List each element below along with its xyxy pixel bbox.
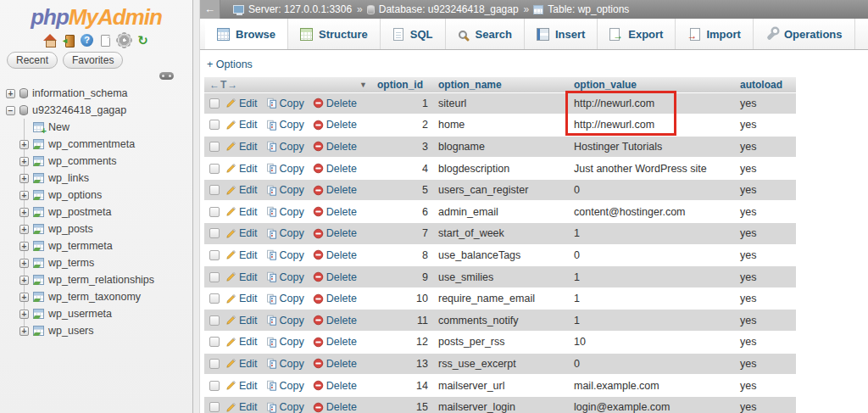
delete-link[interactable]: Delete: [313, 401, 357, 413]
tree-expander-icon[interactable]: +: [19, 259, 29, 268]
tree-item[interactable]: + wp_termmeta: [0, 237, 192, 254]
tab[interactable]: Import: [676, 19, 753, 49]
row-checkbox[interactable]: [209, 381, 220, 391]
tree-expander-icon[interactable]: +: [19, 310, 29, 319]
tab[interactable]: Operations: [754, 19, 855, 49]
tree-expander-icon[interactable]: +: [6, 89, 15, 98]
edit-link[interactable]: Edit: [225, 380, 258, 392]
settings-icon[interactable]: [118, 34, 131, 47]
tab[interactable]: Export: [598, 19, 676, 49]
tree-item[interactable]: + wp_users: [0, 322, 192, 339]
link-panel-icon[interactable]: [159, 72, 174, 80]
tree-expander-icon[interactable]: +: [19, 242, 29, 251]
row-checkbox[interactable]: [209, 98, 220, 109]
help-icon[interactable]: [81, 34, 93, 47]
copy-link[interactable]: Copy: [266, 315, 304, 326]
tree-item[interactable]: + wp_term_relationships: [0, 271, 192, 288]
home-icon[interactable]: [43, 34, 57, 47]
column-header-option-value[interactable]: option_value: [569, 77, 735, 92]
column-header-option-name[interactable]: option_name: [433, 77, 569, 92]
move-right-icon[interactable]: →: [227, 79, 237, 91]
delete-link[interactable]: Delete: [313, 380, 357, 392]
phpmyadmin-logo[interactable]: phpMyAdmin: [0, 4, 192, 31]
row-checkbox[interactable]: [209, 228, 220, 238]
tree-expander-icon[interactable]: +: [19, 326, 29, 336]
delete-link[interactable]: Delete: [313, 141, 357, 153]
tree-item[interactable]: + wp_options: [0, 187, 192, 204]
row-checkbox[interactable]: [209, 164, 220, 174]
column-toggle-icon[interactable]: T: [220, 79, 226, 91]
tab[interactable]: Insert: [525, 19, 598, 49]
edit-link[interactable]: Edit: [225, 141, 258, 153]
delete-link[interactable]: Delete: [313, 336, 357, 348]
edit-link[interactable]: Edit: [225, 163, 258, 175]
delete-link[interactable]: Delete: [313, 184, 357, 196]
edit-link[interactable]: Edit: [225, 206, 258, 218]
panel-resize-handle[interactable]: [193, 0, 200, 413]
tree-expander-icon[interactable]: +: [19, 293, 29, 302]
row-checkbox[interactable]: [209, 359, 220, 369]
tree-item[interactable]: + wp_posts: [0, 220, 192, 237]
delete-link[interactable]: Delete: [313, 271, 357, 283]
tree-expander-icon[interactable]: +: [19, 174, 29, 183]
tree-item[interactable]: + wp_comments: [0, 153, 192, 170]
tree-item[interactable]: − u923246418_gagap: [0, 102, 192, 119]
row-checkbox[interactable]: [209, 142, 220, 152]
options-toggle-link[interactable]: + Options: [207, 59, 253, 70]
move-left-icon[interactable]: ←: [209, 79, 220, 91]
edit-link[interactable]: Edit: [225, 184, 258, 196]
delete-link[interactable]: Delete: [313, 98, 357, 109]
tree-expander-icon[interactable]: −: [6, 106, 15, 115]
edit-link[interactable]: Edit: [225, 98, 258, 109]
row-checkbox[interactable]: [209, 120, 220, 130]
logout-icon[interactable]: [63, 34, 75, 47]
tree-expander-icon[interactable]: +: [19, 276, 29, 285]
tree-expander-icon[interactable]: +: [19, 208, 29, 217]
edit-link[interactable]: Edit: [225, 271, 258, 283]
copy-link[interactable]: Copy: [266, 227, 304, 239]
tab[interactable]: Browse: [205, 19, 288, 49]
copy-link[interactable]: Copy: [266, 141, 304, 153]
delete-link[interactable]: Delete: [313, 358, 357, 370]
row-checkbox[interactable]: [209, 402, 220, 412]
tab[interactable]: Search: [446, 19, 525, 49]
delete-link[interactable]: Delete: [313, 163, 357, 175]
tree-expander-icon[interactable]: +: [19, 140, 29, 149]
tree-item[interactable]: + information_schema: [0, 85, 192, 102]
tree-item[interactable]: + wp_commentmeta: [0, 136, 192, 153]
tab[interactable]: Structure: [288, 19, 381, 49]
column-header-autoload[interactable]: autoload: [735, 77, 796, 92]
copy-link[interactable]: Copy: [266, 271, 304, 283]
row-checkbox[interactable]: [209, 337, 220, 347]
tree-item[interactable]: New: [0, 119, 192, 136]
docs-icon[interactable]: [101, 35, 110, 47]
row-checkbox[interactable]: [209, 207, 220, 217]
copy-link[interactable]: Copy: [266, 401, 304, 413]
copy-link[interactable]: Copy: [266, 184, 304, 196]
edit-link[interactable]: Edit: [225, 249, 258, 261]
copy-link[interactable]: Copy: [266, 336, 304, 348]
breadcrumb-item[interactable]: » Database: u923246418_gagap: [357, 3, 519, 15]
delete-link[interactable]: Delete: [313, 206, 357, 218]
edit-link[interactable]: Edit: [225, 358, 258, 370]
edit-link[interactable]: Edit: [225, 336, 258, 348]
favorites-button[interactable]: Favorites: [63, 52, 123, 69]
copy-link[interactable]: Copy: [266, 163, 304, 175]
copy-link[interactable]: Copy: [266, 206, 304, 218]
refresh-icon[interactable]: [136, 34, 149, 47]
copy-link[interactable]: Copy: [266, 98, 304, 109]
tree-expander-icon[interactable]: +: [19, 157, 29, 166]
tab[interactable]: Triggers: [855, 19, 868, 49]
header-dropdown-icon[interactable]: ▼: [359, 81, 367, 89]
column-header-option-id[interactable]: option_id: [372, 77, 433, 92]
collapse-sidebar-button[interactable]: ←: [200, 0, 220, 19]
delete-link[interactable]: Delete: [313, 315, 357, 326]
tree-item[interactable]: + wp_usermeta: [0, 305, 192, 322]
row-checkbox[interactable]: [209, 315, 220, 326]
tree-item[interactable]: + wp_terms: [0, 254, 192, 271]
tree-expander-icon[interactable]: +: [19, 191, 29, 200]
tree-item[interactable]: + wp_links: [0, 170, 192, 187]
row-checkbox[interactable]: [209, 272, 220, 282]
tree-item[interactable]: + wp_postmeta: [0, 204, 192, 220]
delete-link[interactable]: Delete: [313, 293, 357, 304]
